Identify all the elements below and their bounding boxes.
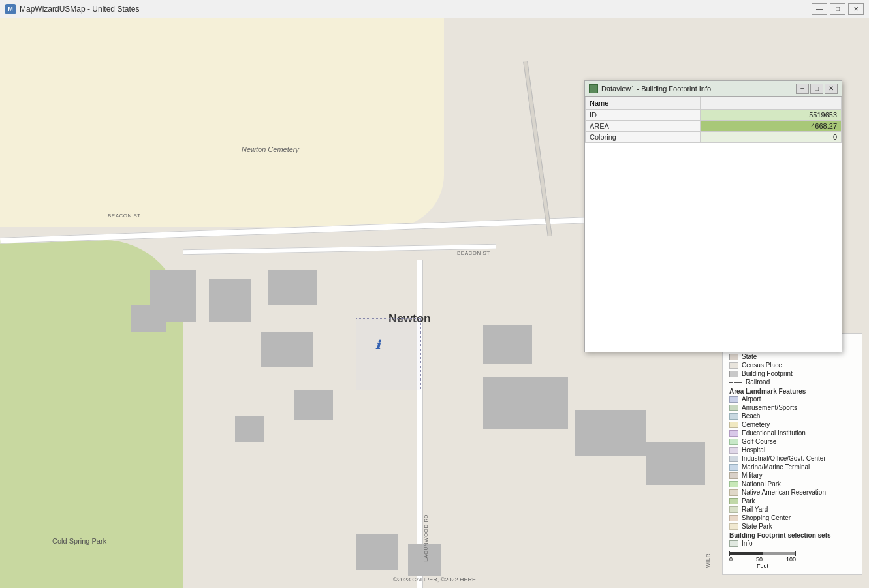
scale-feet-label: Feet	[729, 563, 796, 569]
building-9	[646, 442, 705, 485]
list-item: Marina/Marine Terminal	[729, 463, 855, 471]
dataview-panel: Dataview1 - Building Footprint Info − □ …	[584, 80, 842, 352]
dataview-maximize-button[interactable]: □	[810, 84, 823, 94]
legend-item-census: Census Place	[729, 362, 855, 369]
cemetery-label: Newton Cemetery	[242, 146, 299, 153]
building-12	[294, 390, 333, 420]
list-item: Shopping Center	[729, 514, 855, 521]
landmark-swatch	[729, 523, 738, 530]
landmark-swatch	[729, 456, 738, 462]
landmark-label: Industrial/Office/Govt. Center	[742, 455, 826, 462]
landmark-swatch	[729, 481, 738, 487]
title-bar: M MapWizardUSMap - United States — □ ✕	[0, 0, 869, 18]
legend-building-label: Building Footprint	[742, 370, 793, 377]
cemetery-area	[0, 18, 444, 227]
legend-info-label: Info	[742, 540, 753, 547]
building-6	[483, 325, 532, 364]
list-item: National Park	[729, 480, 855, 487]
landmark-swatch	[729, 439, 738, 445]
copyright-text: ©2023 CALIPER, ©2022 HERE	[393, 576, 476, 583]
landmark-label: Amusement/Sports	[742, 404, 797, 411]
list-item: Hospital	[729, 446, 855, 454]
dataview-icon	[589, 84, 598, 93]
landmark-label: Military	[742, 472, 763, 479]
building-swatch	[729, 371, 738, 377]
row-label: AREA	[586, 121, 701, 132]
road-lacunwood	[417, 260, 423, 588]
list-item: Golf Course	[729, 438, 855, 445]
map-container: BEACON ST BEACON ST LACUNWOOD RD WILR Ne…	[0, 18, 869, 588]
dataview-controls: − □ ✕	[796, 84, 838, 94]
app-title: MapWizardUSMap - United States	[20, 5, 812, 14]
road-beacon-label-1: BEACON ST	[108, 213, 141, 219]
row-value: 4668.27	[701, 121, 842, 132]
landmark-swatch	[729, 472, 738, 479]
scale-bar-visual	[729, 551, 855, 556]
minimize-button[interactable]: —	[812, 3, 827, 15]
road-lacunwood-label: LACUNWOOD RD	[423, 514, 429, 562]
landmark-swatch	[729, 498, 738, 504]
table-row: Coloring 0	[586, 132, 842, 143]
window-controls: — □ ✕	[812, 3, 864, 15]
list-item: Park	[729, 497, 855, 504]
scale-label-50: 50	[756, 556, 763, 563]
list-item: State Park	[729, 523, 855, 530]
railroad-swatch	[729, 382, 742, 383]
col-value-header	[701, 97, 842, 110]
scale-label-0: 0	[729, 556, 733, 563]
landmark-label: Marina/Marine Terminal	[742, 463, 810, 471]
selection-area	[356, 318, 421, 390]
park-label: Cold Spring Park	[52, 537, 106, 545]
building-7	[483, 377, 568, 429]
dataview-titlebar[interactable]: Dataview1 - Building Footprint Info − □ …	[585, 81, 842, 97]
landmark-label: State Park	[742, 523, 772, 530]
building-3	[268, 270, 317, 305]
landmark-label: Native American Reservation	[742, 489, 826, 496]
landmark-label: Rail Yard	[742, 506, 768, 513]
legend-item-info: Info	[729, 540, 855, 547]
scale-bar-segment2	[763, 552, 795, 555]
landmark-swatch	[729, 515, 738, 521]
landmark-items-container: Airport Amusement/Sports Beach Cemetery …	[729, 395, 855, 530]
list-item: Rail Yard	[729, 506, 855, 513]
table-row: AREA 4668.27	[586, 121, 842, 132]
legend-railroad-label: Railroad	[746, 379, 770, 386]
building-4	[131, 305, 166, 332]
app-icon: M	[5, 4, 16, 14]
list-item: Educational Institution	[729, 429, 855, 437]
list-item: Industrial/Office/Govt. Center	[729, 455, 855, 462]
legend-item-state: State	[729, 353, 855, 360]
close-button[interactable]: ✕	[848, 3, 864, 15]
list-item: Military	[729, 472, 855, 479]
scale-labels: 0 50 100	[729, 556, 796, 563]
maximize-button[interactable]: □	[830, 3, 845, 15]
landmark-label: National Park	[742, 480, 781, 487]
landmark-label: Airport	[742, 395, 761, 403]
building-13	[235, 416, 264, 442]
legend-state-label: State	[742, 353, 757, 360]
building-8	[575, 410, 646, 456]
col-name-header: Name	[586, 97, 701, 110]
landmark-label: Golf Course	[742, 438, 776, 445]
landmark-swatch	[729, 405, 738, 411]
landmark-label: Hospital	[742, 446, 765, 454]
dataview-table: Name ID 5519653 AREA 4668.27 Coloring 0	[585, 97, 842, 143]
dataview-close-button[interactable]: ✕	[825, 84, 838, 94]
dataview-minimize-button[interactable]: −	[796, 84, 809, 94]
landmark-swatch	[729, 422, 738, 428]
row-label: Coloring	[586, 132, 701, 143]
landmark-swatch	[729, 430, 738, 437]
road-beacon-label-2: BEACON ST	[457, 250, 490, 256]
row-label: ID	[586, 110, 701, 121]
info-swatch	[729, 540, 738, 547]
legend-panel: LEGEND State Census Place Building Footp…	[722, 333, 862, 575]
building-5	[261, 332, 313, 367]
row-value: 0	[701, 132, 842, 143]
legend-section-landmark: Area Landmark Features	[729, 388, 855, 395]
landmark-label: Educational Institution	[742, 429, 806, 437]
building-10	[356, 534, 398, 570]
landmark-label: Shopping Center	[742, 514, 791, 521]
landmark-swatch	[729, 413, 738, 420]
list-item: Amusement/Sports	[729, 404, 855, 411]
legend-item-railroad: Railroad	[729, 379, 855, 386]
